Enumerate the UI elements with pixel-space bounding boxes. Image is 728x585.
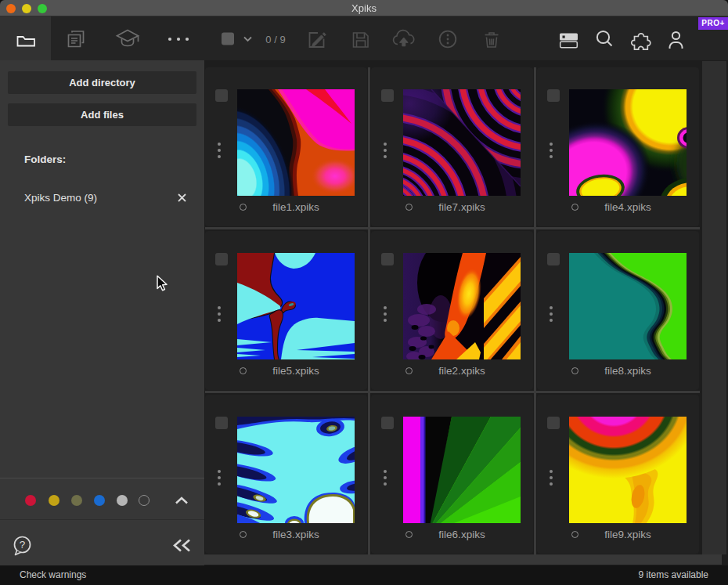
svg-text:?: ? [20, 539, 26, 551]
svg-text:0 / 9: 0 / 9 [265, 34, 285, 45]
